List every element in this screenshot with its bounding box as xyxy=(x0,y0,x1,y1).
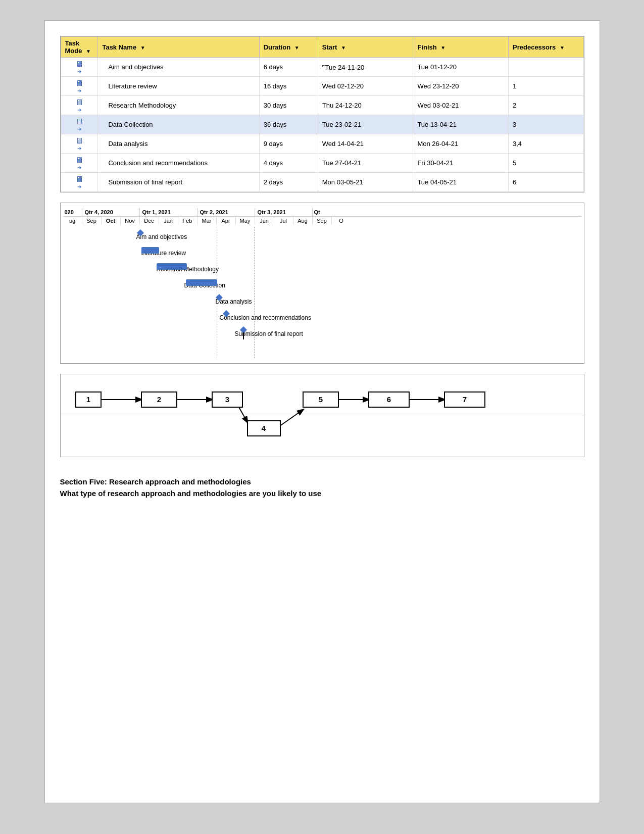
duration-cell: 6 days xyxy=(259,58,318,77)
th-duration[interactable]: Duration ▼ xyxy=(259,37,318,58)
month-sep: Sep xyxy=(82,217,102,225)
finish-label: Finish xyxy=(417,43,436,51)
month-o: O xyxy=(332,217,351,225)
task-mode-cell: 🖥➔ xyxy=(61,173,98,192)
finish-cell: Fri 30-04-21 xyxy=(413,154,509,173)
th-finish[interactable]: Finish ▼ xyxy=(413,37,509,58)
gantt-label-1: Aim and objectives xyxy=(136,233,187,240)
gantt-row-6: Conclusion and recommendations xyxy=(63,310,581,326)
gantt-table: TaskMode ▼ Task Name ▼ Duration ▼ Start … xyxy=(61,36,584,192)
nd-node-7: 7 xyxy=(462,395,466,404)
table-row: 🖥➔Aim and objectives6 days⌐Tue 24-11-20T… xyxy=(61,58,583,77)
finish-cell: Tue 13-04-21 xyxy=(413,115,509,134)
finish-cell: Tue 04-05-21 xyxy=(413,173,509,192)
gantt-label-6: Conclusion and recommendations xyxy=(220,314,311,321)
task-mode-cell: 🖥➔ xyxy=(61,77,98,96)
qtr-4-2020: Qtr 4, 2020 xyxy=(82,208,140,216)
task-mode-icon: 🖥 xyxy=(75,98,83,107)
finish-dropdown[interactable]: ▼ xyxy=(440,45,445,51)
section-title: Section Five: Research approach and meth… xyxy=(60,477,584,486)
predecessors-cell: 2 xyxy=(509,96,583,115)
task-mode-cell: 🖥➔ xyxy=(61,134,98,154)
gantt-chart-body: Aim and objectives Literature review Res… xyxy=(63,227,581,358)
task-mode-icon: 🖥 xyxy=(75,156,83,164)
qtr-qt: Qt xyxy=(313,208,332,216)
predecessors-cell xyxy=(509,58,583,77)
page-container: TaskMode ▼ Task Name ▼ Duration ▼ Start … xyxy=(44,20,600,803)
month-nov: Nov xyxy=(121,217,140,225)
task-name-cell: Research Methodology xyxy=(98,96,259,115)
gantt-bar-3 xyxy=(157,263,187,270)
task-name-cell: Submission of final report xyxy=(98,173,259,192)
task-arrow-icon: ➔ xyxy=(65,107,94,113)
duration-dropdown[interactable]: ▼ xyxy=(294,45,300,51)
table-row: 🖥➔Conclusion and recommendations4 daysTu… xyxy=(61,154,583,173)
task-name-dropdown[interactable]: ▼ xyxy=(140,45,145,51)
nd-node-4: 4 xyxy=(261,424,266,432)
task-arrow-icon: ➔ xyxy=(65,126,94,132)
network-svg: 1 2 3 4 5 6 7 xyxy=(66,384,505,445)
start-cell: Tue 27-04-21 xyxy=(318,154,413,173)
finish-cell: Wed 03-02-21 xyxy=(413,96,509,115)
gantt-table-section: TaskMode ▼ Task Name ▼ Duration ▼ Start … xyxy=(60,36,584,192)
gantt-row-1: Aim and objectives xyxy=(63,229,581,246)
month-jul: Jul xyxy=(274,217,293,225)
table-row: 🖥➔Submission of final report2 daysMon 03… xyxy=(61,173,583,192)
finish-cell: Tue 01-12-20 xyxy=(413,58,509,77)
qtr-2-2021: Qtr 2, 2021 xyxy=(197,208,255,216)
finish-cell: Wed 23-12-20 xyxy=(413,77,509,96)
gantt-chart-section: 020 Qtr 4, 2020 Qtr 1, 2021 Qtr 2, 2021 … xyxy=(60,203,584,364)
pred-dropdown[interactable]: ▼ xyxy=(560,45,565,51)
gantt-row-4: Data Collection xyxy=(63,278,581,294)
predecessors-cell: 5 xyxy=(509,154,583,173)
task-mode-icon: 🖥 xyxy=(75,79,83,87)
gantt-row-5: Data analysis xyxy=(63,294,581,310)
task-mode-icon: 🖥 xyxy=(75,117,83,126)
qtr-3-2021: Qtr 3, 2021 xyxy=(255,208,313,216)
nd-node-1: 1 xyxy=(86,395,90,404)
gantt-row-2: Literature review xyxy=(63,246,581,262)
nd-node-2: 2 xyxy=(157,395,161,404)
predecessors-cell: 6 xyxy=(509,173,583,192)
month-dec: Dec xyxy=(140,217,159,225)
gantt-bar-4 xyxy=(186,279,217,286)
table-row: 🖥➔Literature review16 daysWed 02-12-20We… xyxy=(61,77,583,96)
th-start[interactable]: Start ▼ xyxy=(318,37,413,58)
task-name-cell: Conclusion and recommendations xyxy=(98,154,259,173)
th-task-mode[interactable]: TaskMode ▼ xyxy=(61,37,98,58)
nd-node-3: 3 xyxy=(225,395,229,404)
month-ug: ug xyxy=(63,217,82,225)
start-cell: ⌐Tue 24-11-20 xyxy=(318,58,413,77)
task-mode-cell: 🖥➔ xyxy=(61,58,98,77)
start-cell: Thu 24-12-20 xyxy=(318,96,413,115)
month-apr: Apr xyxy=(217,217,236,225)
nd-node-5: 5 xyxy=(318,395,322,404)
task-arrow-icon: ➔ xyxy=(65,184,94,189)
task-name-cell: Literature review xyxy=(98,77,259,96)
gantt-row-3: Research Methodology xyxy=(63,262,581,278)
duration-label: Duration xyxy=(264,43,290,51)
start-dropdown[interactable]: ▼ xyxy=(341,45,346,51)
task-arrow-icon: ➔ xyxy=(65,88,94,93)
task-name-cell: Aim and objectives xyxy=(98,58,259,77)
duration-cell: 4 days xyxy=(259,154,318,173)
th-task-name[interactable]: Task Name ▼ xyxy=(98,37,259,58)
task-arrow-icon: ➔ xyxy=(65,69,94,74)
month-may: May xyxy=(236,217,255,225)
month-oct: Oct xyxy=(102,217,121,225)
duration-cell: 2 days xyxy=(259,173,318,192)
th-predecessors[interactable]: Predecessors ▼ xyxy=(509,37,583,58)
network-diagram-section: 1 2 3 4 5 6 7 xyxy=(60,374,584,457)
duration-cell: 16 days xyxy=(259,77,318,96)
task-mode-cell: 🖥➔ xyxy=(61,96,98,115)
month-aug2: Aug xyxy=(293,217,313,225)
predecessors-label: Predecessors xyxy=(513,43,556,51)
task-mode-dropdown[interactable]: ▼ xyxy=(86,48,91,54)
svg-line-3 xyxy=(278,410,303,427)
task-name-cell: Data analysis xyxy=(98,134,259,154)
predecessors-cell: 3,4 xyxy=(509,134,583,154)
start-cell: Tue 23-02-21 xyxy=(318,115,413,134)
section-question: What type of research approach and metho… xyxy=(60,489,584,498)
network-separator xyxy=(61,416,584,416)
task-mode-icon: 🖥 xyxy=(75,136,83,145)
